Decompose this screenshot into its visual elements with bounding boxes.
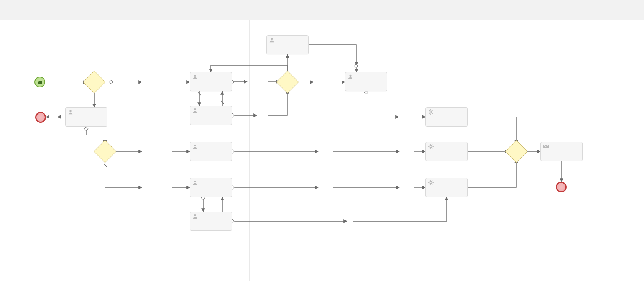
end-event[interactable] xyxy=(556,182,567,192)
start-message-event[interactable] xyxy=(34,77,45,87)
svg-line-33 xyxy=(432,184,433,184)
service-task[interactable] xyxy=(426,178,468,197)
exclusive-gateway[interactable] xyxy=(83,71,105,93)
user-task[interactable] xyxy=(190,212,232,231)
svg-line-35 xyxy=(429,184,430,184)
envelope-icon xyxy=(38,81,42,84)
user-icon xyxy=(192,144,198,149)
svg-point-9 xyxy=(430,111,432,113)
gear-icon xyxy=(428,180,434,185)
default-flow-marker xyxy=(221,102,225,106)
exclusive-gateway[interactable] xyxy=(94,140,116,163)
lane-divider xyxy=(332,20,332,281)
svg-line-34 xyxy=(432,181,433,181)
user-task[interactable] xyxy=(345,72,387,91)
user-icon xyxy=(269,37,274,43)
svg-line-32 xyxy=(429,181,430,181)
svg-line-26 xyxy=(429,148,430,148)
user-task[interactable] xyxy=(190,106,232,125)
svg-line-16 xyxy=(432,110,433,111)
svg-line-25 xyxy=(432,145,433,145)
service-task[interactable] xyxy=(426,107,468,127)
svg-line-14 xyxy=(429,110,430,111)
user-icon xyxy=(192,180,198,185)
lane-divider xyxy=(249,20,250,281)
user-icon xyxy=(68,109,73,115)
user-icon xyxy=(192,214,198,219)
default-flow-marker xyxy=(104,165,107,169)
user-task[interactable] xyxy=(65,107,107,127)
user-task[interactable] xyxy=(190,178,232,197)
exclusive-gateway[interactable] xyxy=(505,140,527,163)
user-icon xyxy=(348,74,353,79)
svg-point-5 xyxy=(194,181,196,182)
gear-icon xyxy=(428,109,434,115)
send-task[interactable] xyxy=(540,142,583,161)
gear-icon xyxy=(428,144,434,149)
user-task[interactable] xyxy=(190,72,232,91)
end-event[interactable] xyxy=(35,112,46,123)
svg-line-23 xyxy=(429,145,430,145)
svg-point-6 xyxy=(194,214,196,216)
svg-line-24 xyxy=(432,148,433,148)
toolbar xyxy=(0,0,644,20)
user-task[interactable] xyxy=(190,142,232,161)
default-flow-marker xyxy=(198,94,202,97)
svg-point-3 xyxy=(194,108,196,110)
svg-point-8 xyxy=(349,75,351,77)
svg-point-2 xyxy=(194,75,196,77)
user-icon xyxy=(192,108,198,113)
envelope-icon xyxy=(543,144,549,149)
flow-marker xyxy=(84,127,88,131)
svg-point-18 xyxy=(430,145,432,147)
svg-line-15 xyxy=(432,113,433,114)
flow-marker xyxy=(109,80,113,84)
svg-line-17 xyxy=(429,113,430,114)
svg-point-4 xyxy=(194,145,196,146)
flow-marker xyxy=(354,64,358,68)
service-task[interactable] xyxy=(426,142,468,161)
user-task[interactable] xyxy=(266,35,309,54)
svg-point-1 xyxy=(69,110,71,112)
lane-divider xyxy=(412,20,412,281)
user-icon xyxy=(192,74,198,79)
exclusive-gateway[interactable] xyxy=(276,71,299,93)
svg-point-27 xyxy=(430,181,432,183)
svg-point-7 xyxy=(271,38,273,40)
diagram-canvas[interactable] xyxy=(0,20,644,281)
